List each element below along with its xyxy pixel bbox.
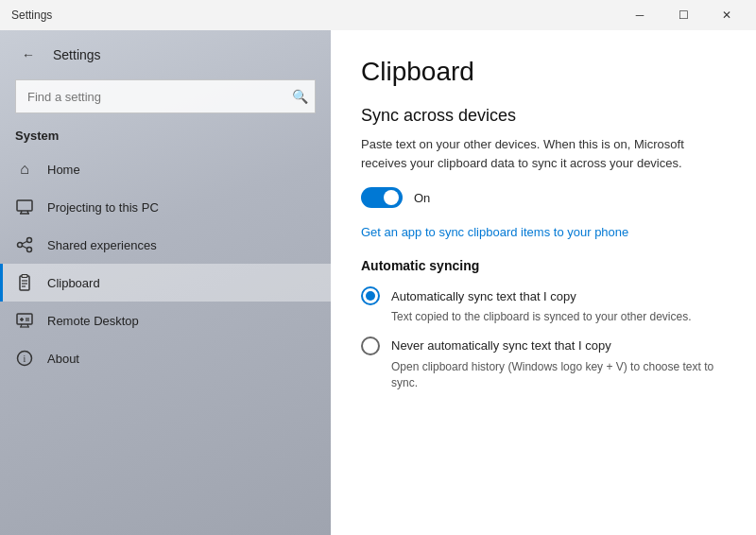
sidebar-clipboard-label: Clipboard (47, 276, 100, 290)
sidebar-item-shared[interactable]: Shared experiences (0, 226, 331, 264)
sidebar-item-remote[interactable]: Remote Desktop (0, 302, 331, 339)
svg-point-4 (27, 238, 32, 243)
sync-toggle[interactable] (361, 187, 403, 208)
radio-label-never: Never automatically sync text that I cop… (391, 338, 611, 353)
maximize-button[interactable]: ☐ (662, 0, 705, 30)
clipboard-icon (15, 273, 34, 292)
search-box: 🔍 (15, 79, 316, 113)
sidebar-remote-label: Remote Desktop (47, 314, 139, 328)
toggle-label: On (414, 191, 430, 205)
svg-line-7 (22, 241, 26, 244)
svg-text:i: i (24, 354, 26, 364)
svg-point-5 (18, 243, 23, 248)
radio-desc-auto: Text copied to the clipboard is synced t… (361, 309, 726, 325)
sidebar-shared-label: Shared experiences (47, 238, 157, 252)
close-button[interactable]: ✕ (705, 0, 748, 30)
sidebar-section-label: System (0, 125, 331, 150)
svg-rect-14 (17, 314, 32, 324)
sidebar-top: ← Settings (0, 30, 331, 76)
svg-rect-10 (22, 275, 27, 278)
shared-icon (15, 235, 34, 254)
about-icon: i (15, 349, 34, 368)
title-bar-controls: ─ ☐ ✕ (618, 0, 748, 30)
search-input[interactable] (15, 79, 316, 113)
title-bar: Settings ─ ☐ ✕ (0, 0, 756, 30)
sidebar-projecting-label: Projecting to this PC (47, 200, 159, 215)
minimize-button[interactable]: ─ (618, 0, 662, 30)
svg-rect-0 (17, 200, 32, 211)
svg-line-8 (22, 246, 26, 249)
radio-btn-auto[interactable] (361, 286, 380, 305)
sidebar-home-label: Home (47, 163, 80, 177)
search-icon: 🔍 (292, 89, 308, 104)
toggle-row: On (361, 187, 726, 208)
sidebar-app-title: Settings (53, 47, 101, 62)
sidebar-about-label: About (47, 352, 79, 366)
sidebar-item-about[interactable]: i About (0, 339, 331, 377)
app-title-bar-label: Settings (11, 9, 52, 22)
title-bar-left: Settings (11, 9, 52, 22)
projecting-icon (15, 198, 34, 216)
back-button[interactable]: ← (15, 42, 42, 68)
main-layout: ← Settings 🔍 System ⌂ Home Projecting (0, 30, 756, 535)
auto-sync-title: Automatic syncing (361, 258, 726, 273)
sync-app-link[interactable]: Get an app to sync clipboard items to yo… (361, 225, 628, 239)
sidebar-item-home[interactable]: ⌂ Home (0, 150, 331, 188)
home-icon: ⌂ (15, 160, 34, 179)
sidebar: ← Settings 🔍 System ⌂ Home Projecting (0, 30, 331, 535)
sidebar-item-projecting[interactable]: Projecting to this PC (0, 188, 331, 226)
svg-point-6 (27, 248, 32, 252)
radio-row-never: Never automatically sync text that I cop… (361, 337, 726, 355)
radio-row-auto: Automatically sync text that I copy (361, 286, 726, 305)
radio-item-auto: Automatically sync text that I copy Text… (361, 286, 726, 325)
radio-item-never: Never automatically sync text that I cop… (361, 337, 726, 391)
page-title: Clipboard (361, 57, 726, 87)
sidebar-item-clipboard[interactable]: Clipboard (0, 264, 331, 302)
sync-section-title: Sync across devices (361, 106, 726, 126)
sync-description: Paste text on your other devices. When t… (361, 135, 726, 172)
radio-group: Automatically sync text that I copy Text… (361, 286, 726, 390)
radio-label-auto: Automatically sync text that I copy (391, 289, 576, 303)
content-panel: Clipboard Sync across devices Paste text… (331, 30, 756, 535)
radio-desc-never: Open clipboard history (Windows logo key… (361, 359, 726, 391)
radio-btn-never[interactable] (361, 337, 380, 355)
remote-icon (15, 311, 34, 330)
